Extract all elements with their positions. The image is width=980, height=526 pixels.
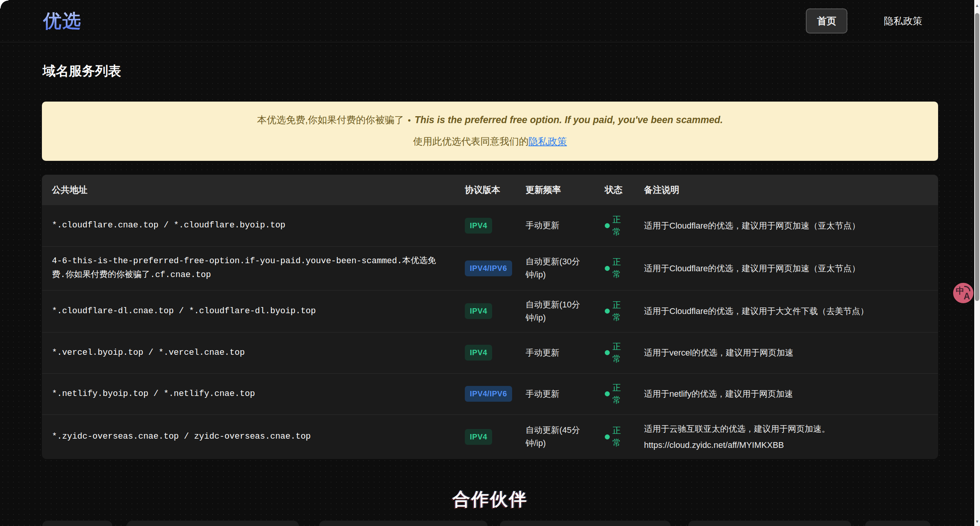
frequency-cell: 自动更新(30分钟/ip) [516,247,595,289]
scrollbar[interactable]: ▲ ▼ [974,0,980,526]
status-text: 正常 [612,256,622,281]
partner-cards-strip [0,521,980,526]
header: 优选 首页 隐私政策 [0,0,980,42]
status-dot-icon [605,434,610,439]
domain-service-table: 公共地址 协议版本 更新频率 状态 备注说明 *.cloudflare.cnae… [42,175,938,459]
address-cell: 4-6-this-is-the-preferred-free-option.if… [42,247,455,290]
note-link[interactable]: https://cloud.zyidc.net/aff/MYIMKXBB [644,439,927,451]
status-text: 正常 [612,382,622,406]
column-header-frequency: 更新频率 [516,175,595,205]
status-dot-icon [605,391,610,396]
protocol-badge: IPV4 [465,303,492,319]
protocol-cell: IPV4 [455,337,516,368]
privacy-policy-nav-link[interactable]: 隐私政策 [884,15,922,27]
frequency-text: 自动更新(30分钟/ip) [526,255,587,281]
scrollbar-thumb[interactable] [975,13,979,301]
status-cell: 正常 [595,291,634,331]
frequency-cell: 自动更新(45分钟/ip) [516,416,595,458]
status-text: 正常 [612,214,622,238]
note-cell: 适用于Cloudflare的优选，建议用于大文件下载（去美节点） [634,297,938,325]
notice-line2: 使用此优选代表同意我们的隐私政策 [57,135,923,148]
frequency-cell: 手动更新 [516,339,595,367]
notice-line1: 本优选免费,你如果付费的你被骗了•This is the preferred f… [57,113,923,127]
table-header-row: 公共地址 协议版本 更新频率 状态 备注说明 [42,175,938,205]
note-text: 适用于netlify的优选，建议用于网页加速 [644,389,793,399]
frequency-text: 自动更新(45分钟/ip) [526,424,587,450]
status-dot-icon [605,350,610,355]
address-cell: *.cloudflare.cnae.top / *.cloudflare.byo… [42,211,455,240]
main-content: 域名服务列表 本优选免费,你如果付费的你被骗了•This is the pref… [0,62,980,511]
status-dot-icon [605,309,610,314]
partners-title: 合作伙伴 [42,488,938,511]
table-row: *.cloudflare.cnae.top / *.cloudflare.byo… [42,205,938,246]
address-cell: *.zyidc-overseas.cnae.top / zyidc-overse… [42,422,455,451]
protocol-badge: IPV4 [465,429,492,445]
protocol-cell: IPV4 [455,421,516,453]
frequency-cell: 手动更新 [516,211,595,240]
privacy-policy-inline-link[interactable]: 隐私政策 [529,136,567,147]
status-cell: 正常 [595,417,634,457]
protocol-cell: IPV4/IPV6 [455,253,516,284]
home-button[interactable]: 首页 [806,8,847,33]
status-cell: 正常 [595,333,634,373]
status-cell: 正常 [595,248,634,288]
frequency-text: 手动更新 [526,387,587,401]
protocol-cell: IPV4/IPV6 [455,378,516,409]
frequency-cell: 自动更新(10分钟/ip) [516,291,595,332]
status-cell: 正常 [595,206,634,246]
translate-arrow-icon [964,286,970,291]
frequency-text: 手动更新 [526,219,587,232]
partner-card[interactable] [319,521,488,526]
table-row: *.vercel.byoip.top / *.vercel.cnae.top I… [42,332,938,373]
notice-separator: • [404,115,415,125]
status-text: 正常 [612,424,622,449]
scroll-up-icon[interactable]: ▲ [974,3,980,8]
status-text: 正常 [612,299,622,324]
page-title: 域名服务列表 [43,62,938,80]
status-text: 正常 [612,341,622,365]
table-body: *.cloudflare.cnae.top / *.cloudflare.byo… [42,205,938,459]
note-text: 适用于Cloudflare的优选，建议用于网页加速（亚太节点） [644,264,860,273]
note-text: 适用于Cloudflare的优选，建议用于大文件下载（去美节点） [644,306,869,316]
header-nav: 首页 隐私政策 [806,8,922,33]
column-header-note: 备注说明 [634,175,938,205]
frequency-cell: 手动更新 [516,380,595,408]
window-corner-artifact [0,0,8,8]
frequency-text: 手动更新 [526,346,587,359]
scroll-down-icon[interactable]: ▼ [974,519,980,524]
notice-consent-text: 使用此优选代表同意我们的 [413,136,529,147]
table-row: 4-6-this-is-the-preferred-free-option.if… [42,246,938,290]
translate-widget-button[interactable]: 中 A [953,283,973,303]
table-row: *.cloudflare-dl.cnae.top / *.cloudflare-… [42,290,938,332]
partner-card[interactable] [42,521,112,526]
translate-zh-glyph: 中 [956,285,964,297]
site-logo[interactable]: 优选 [43,9,82,33]
note-text: 适用于Cloudflare的优选，建议用于网页加速（亚太节点） [644,221,860,230]
partner-card[interactable] [688,521,851,526]
status-cell: 正常 [595,374,634,414]
status-dot-icon [605,266,610,271]
table-row: *.zyidc-overseas.cnae.top / zyidc-overse… [42,414,938,459]
column-header-protocol: 协议版本 [455,175,516,205]
address-cell: *.cloudflare-dl.cnae.top / *.cloudflare-… [42,297,455,326]
address-cell: *.vercel.byoip.top / *.vercel.cnae.top [42,338,455,367]
protocol-badge: IPV4 [465,218,492,234]
protocol-badge: IPV4/IPV6 [465,260,512,276]
partner-card[interactable] [127,521,299,526]
note-cell: 适用于Cloudflare的优选，建议用于网页加速（亚太节点） [634,254,938,282]
partner-card[interactable] [865,521,930,526]
protocol-cell: IPV4 [455,296,516,327]
frequency-text: 自动更新(10分钟/ip) [526,298,587,324]
note-cell: 适用于Cloudflare的优选，建议用于网页加速（亚太节点） [634,212,938,240]
note-cell: 适用于云驰互联亚太的优选，建议用于网页加速。 https://cloud.zyi… [634,415,938,459]
protocol-badge: IPV4 [465,345,492,361]
table-row: *.netlify.byoip.top / *.netlify.cnae.top… [42,373,938,414]
column-header-status: 状态 [595,175,634,205]
address-cell: *.netlify.byoip.top / *.netlify.cnae.top [42,379,455,409]
partner-card[interactable] [500,521,671,526]
notice-banner: 本优选免费,你如果付费的你被骗了•This is the preferred f… [42,102,938,161]
status-dot-icon [605,223,610,228]
protocol-badge: IPV4/IPV6 [465,386,512,402]
protocol-cell: IPV4 [455,210,516,241]
notice-zh-text: 本优选免费,你如果付费的你被骗了 [257,114,404,125]
